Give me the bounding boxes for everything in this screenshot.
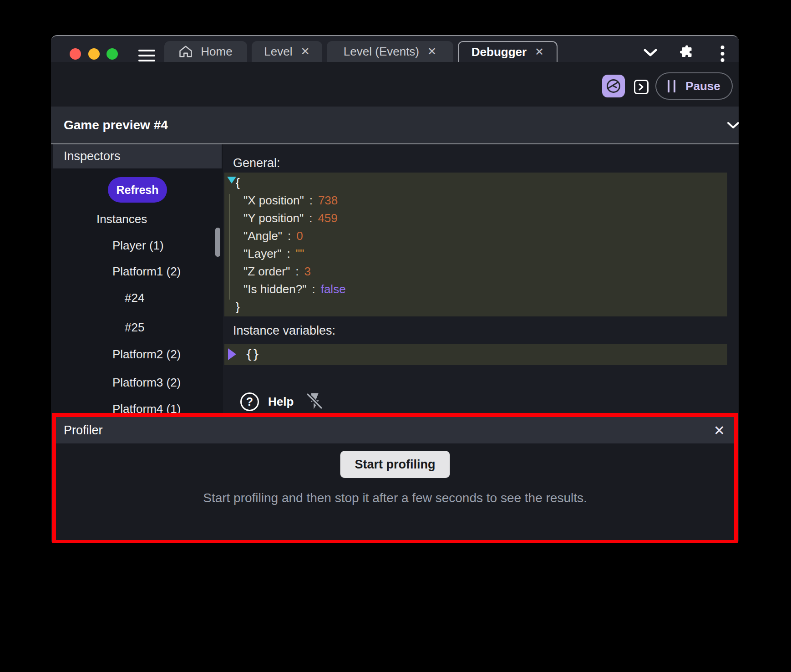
game-preview-bar[interactable]: Game preview #4 (51, 107, 739, 143)
sidebar-scrollbar[interactable] (215, 228, 220, 257)
traffic-light-zoom-button[interactable] (106, 48, 118, 60)
json-row-layer: "Layer":"" (224, 245, 727, 263)
json-row-z-order: "Z order":3 (224, 263, 727, 280)
profiler-message: Start profiling and then stop it after a… (56, 491, 734, 505)
chevron-down-icon[interactable] (643, 48, 658, 57)
pause-button[interactable]: Pause (655, 72, 733, 100)
tab-level-events[interactable]: Level (Events) ✕ (327, 41, 453, 62)
kebab-menu-icon[interactable] (720, 45, 725, 62)
profiler-panel: Profiler ✕ Start profiling Start profili… (52, 413, 738, 543)
instance-variables-view: {} (224, 344, 727, 365)
pause-label: Pause (685, 79, 720, 93)
extensions-puzzle-icon[interactable] (679, 45, 695, 61)
tree-item-24[interactable]: #24 (125, 289, 144, 307)
traffic-light-minimize-button[interactable] (88, 48, 100, 60)
game-preview-title: Game preview #4 (64, 107, 168, 143)
question-circle-icon: ? (240, 392, 259, 411)
general-label: General: (233, 156, 280, 170)
tab-level[interactable]: Level ✕ (252, 41, 322, 62)
profiler-body: Start profiling Start profiling and then… (56, 443, 734, 540)
title-bar: Home Level ✕ Level (Events) ✕ Debugger ✕ (51, 36, 739, 62)
instance-variables-label: Instance variables: (233, 324, 335, 338)
tree-item-player[interactable]: Player (1) (112, 236, 164, 255)
tab-label: Level (Events) (344, 45, 419, 59)
pause-icon (668, 80, 675, 92)
inspectors-header: Inspectors (53, 144, 222, 168)
debugger-toolbar: Pause (51, 62, 739, 107)
inspectors-sidebar: Inspectors Refresh Instances Player (1) … (51, 144, 223, 413)
expand-triangle-icon[interactable] (227, 177, 236, 183)
tree-item-platform1[interactable]: Platform1 (2) (112, 262, 181, 280)
instance-variables-value: {} (245, 344, 259, 365)
collapsed-triangle-icon[interactable] (228, 348, 236, 360)
profiler-close-icon[interactable]: ✕ (714, 417, 725, 443)
close-tab-icon[interactable]: ✕ (427, 45, 436, 58)
tree-item-platform2[interactable]: Platform2 (2) (112, 345, 181, 363)
json-open-brace: { (224, 174, 727, 192)
debugger-window: Home Level ✕ Level (Events) ✕ Debugger ✕ (51, 35, 739, 543)
main-menu-icon[interactable] (138, 50, 155, 61)
tree-item-platform3[interactable]: Platform3 (2) (112, 373, 181, 392)
tab-label: Debugger (472, 45, 527, 59)
tree-item-25[interactable]: #25 (125, 318, 144, 336)
console-icon[interactable] (634, 80, 649, 94)
profiler-gauge-icon[interactable] (602, 75, 625, 97)
traffic-light-close-button[interactable] (70, 48, 81, 60)
preview-chevron-down-icon[interactable] (727, 122, 739, 129)
indent-guide (229, 194, 230, 300)
debugger-content: Inspectors Refresh Instances Player (1) … (51, 144, 739, 413)
start-profiling-button[interactable]: Start profiling (340, 451, 450, 478)
json-row-is-hidden: "Is hidden?":false (224, 280, 727, 298)
refresh-button[interactable]: Refresh (108, 177, 167, 203)
help-button[interactable]: ? Help (240, 392, 294, 411)
tab-home[interactable]: Home (164, 41, 247, 62)
tab-label: Home (201, 45, 232, 59)
tab-label: Level (264, 45, 292, 59)
profiler-header: Profiler ✕ (56, 417, 734, 443)
json-row-x-position: "X position":738 (224, 192, 727, 209)
tab-debugger[interactable]: Debugger ✕ (458, 41, 558, 62)
close-tab-icon[interactable]: ✕ (535, 46, 544, 58)
help-label: Help (268, 395, 294, 409)
tree-item-instances[interactable]: Instances (96, 210, 147, 228)
home-icon (179, 45, 193, 58)
json-close-brace: } (224, 298, 727, 316)
json-row-y-position: "Y position":459 (224, 209, 727, 227)
profiler-title: Profiler (56, 423, 103, 438)
close-tab-icon[interactable]: ✕ (301, 45, 310, 58)
flash-off-icon[interactable] (305, 392, 324, 411)
json-row-angle: "Angle":0 (224, 227, 727, 245)
general-json-view: { "X position":738 "Y position":459 "Ang… (224, 173, 727, 316)
inspector-detail-panel: General: { "X position":738 "Y position"… (223, 144, 739, 413)
